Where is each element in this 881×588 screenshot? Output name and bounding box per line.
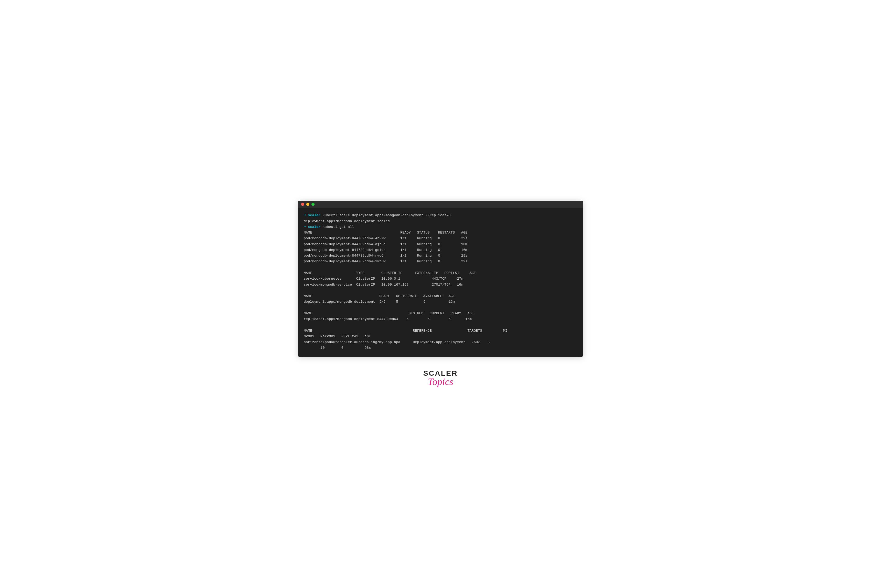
minimize-dot — [306, 203, 310, 206]
close-dot — [301, 203, 304, 206]
logo-section: SCALER Topics — [423, 369, 458, 387]
terminal-body: ➜ scaler kubectl scale deployment.apps/m… — [298, 208, 583, 357]
maximize-dot — [311, 203, 314, 206]
logo-script: Topics — [428, 376, 453, 387]
terminal-window: ➜ scaler kubectl scale deployment.apps/m… — [298, 201, 583, 357]
terminal-titlebar — [298, 201, 583, 208]
